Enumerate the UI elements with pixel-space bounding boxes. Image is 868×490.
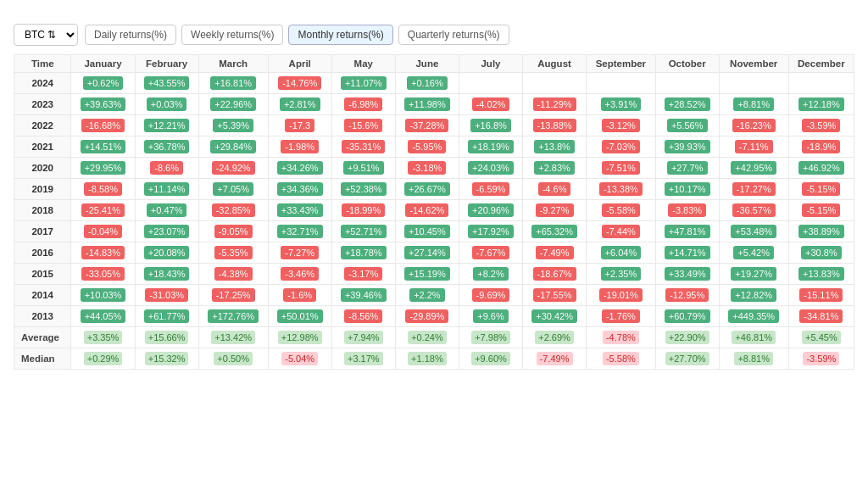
data-cell: +18.19% (459, 136, 522, 158)
data-cell: -29.89% (395, 306, 459, 327)
data-cell: -3.59% (788, 115, 854, 136)
data-cell: -5.95% (395, 136, 459, 158)
data-cell: +52.71% (331, 221, 395, 242)
data-cell: +44.05% (71, 306, 135, 327)
data-cell: -14.76% (268, 73, 331, 94)
data-cell: -5.15% (788, 200, 854, 221)
year-cell: 2015 (14, 264, 71, 285)
data-cell: -3.18% (395, 158, 459, 179)
tab-weekly-returns---[interactable]: Weekly returns(%) (181, 25, 283, 45)
average-cell: +13.42% (198, 327, 268, 348)
average-cell: +46.81% (719, 327, 788, 348)
data-cell: -32.85% (198, 200, 268, 221)
tab-monthly-returns---[interactable]: Monthly returns(%) (288, 25, 392, 45)
data-cell: +12.21% (135, 115, 198, 136)
data-cell: +2.83% (523, 158, 587, 179)
data-cell: +10.45% (395, 221, 459, 242)
median-cell: -5.58% (587, 348, 656, 370)
tab-quarterly-returns---[interactable]: Quarterly returns(%) (398, 25, 509, 45)
average-cell: +15.66% (135, 327, 198, 348)
average-cell: +3.35% (71, 327, 135, 348)
data-cell: +8.81% (719, 94, 788, 115)
data-cell: +27.7% (655, 158, 719, 179)
average-cell: +7.94% (331, 327, 395, 348)
data-cell: -36.57% (719, 200, 788, 221)
table-row: 2014+10.03%-31.03%-17.25%-1.6%+39.46%+2.… (14, 285, 854, 306)
data-cell: -0.04% (71, 221, 135, 242)
data-cell: +6.04% (587, 242, 656, 264)
data-cell: +26.67% (395, 179, 459, 200)
year-cell: 2017 (14, 221, 71, 242)
col-header-august: August (523, 55, 587, 73)
data-cell: +14.71% (655, 242, 719, 264)
median-cell: +9.60% (459, 348, 522, 370)
median-cell: +27.70% (655, 348, 719, 370)
data-cell: +5.42% (719, 242, 788, 264)
table-row: 2018-25.41%+0.47%-32.85%+33.43%-18.99%-1… (14, 200, 854, 221)
year-cell: 2014 (14, 285, 71, 306)
year-cell: 2019 (14, 179, 71, 200)
data-cell: +3.91% (587, 94, 656, 115)
data-cell: +17.92% (459, 221, 522, 242)
data-cell: -13.38% (587, 179, 656, 200)
tab-daily-returns---[interactable]: Daily returns(%) (85, 25, 176, 45)
btc-selector[interactable]: BTC ⇅ (14, 24, 78, 46)
data-cell: -1.76% (587, 306, 656, 327)
data-cell: +0.03% (135, 94, 198, 115)
data-cell: +172.76% (198, 306, 268, 327)
data-cell: +43.55% (135, 73, 198, 94)
table-row: 2024+0.62%+43.55%+16.81%-14.76%+11.07%+0… (14, 73, 854, 94)
data-cell: -19.01% (587, 285, 656, 306)
year-cell: 2023 (14, 94, 71, 115)
data-cell: +29.84% (198, 136, 268, 158)
data-cell: +60.79% (655, 306, 719, 327)
data-cell: -1.6% (268, 285, 331, 306)
data-cell: +61.77% (135, 306, 198, 327)
average-cell: +0.24% (395, 327, 459, 348)
col-header-time: Time (14, 55, 71, 73)
median-cell: -7.49% (523, 348, 587, 370)
data-cell: +39.63% (71, 94, 135, 115)
data-cell: -18.99% (331, 200, 395, 221)
data-cell: -35.31% (331, 136, 395, 158)
data-cell: +23.07% (135, 221, 198, 242)
data-cell: +8.2% (459, 264, 522, 285)
data-cell: -17.3 (268, 115, 331, 136)
data-cell: +38.89% (788, 221, 854, 242)
year-cell: 2013 (14, 306, 71, 327)
average-cell: +5.45% (788, 327, 854, 348)
data-cell: +18.43% (135, 264, 198, 285)
data-cell: +53.48% (719, 221, 788, 242)
data-cell: -31.03% (135, 285, 198, 306)
average-row: Average+3.35%+15.66%+13.42%+12.98%+7.94%… (14, 327, 854, 348)
data-cell: -34.81% (788, 306, 854, 327)
data-cell: +47.81% (655, 221, 719, 242)
year-cell: 2016 (14, 242, 71, 264)
data-cell: +0.47% (135, 200, 198, 221)
data-cell: +14.51% (71, 136, 135, 158)
year-cell: 2024 (14, 73, 71, 94)
year-cell: 2022 (14, 115, 71, 136)
data-cell: +39.93% (655, 136, 719, 158)
average-cell: -4.78% (587, 327, 656, 348)
median-cell: +1.18% (395, 348, 459, 370)
median-cell: +8.81% (719, 348, 788, 370)
data-cell: -7.51% (587, 158, 656, 179)
table-row: 2020+29.95%-8.6%-24.92%+34.26%+9.51%-3.1… (14, 158, 854, 179)
toolbar: BTC ⇅ Daily returns(%)Weekly returns(%)M… (14, 24, 854, 46)
col-header-may: May (331, 55, 395, 73)
data-cell: +2.35% (587, 264, 656, 285)
data-cell: +13.8% (523, 136, 587, 158)
average-label: Average (14, 327, 71, 348)
data-cell: -16.68% (71, 115, 135, 136)
table-row: 2017-0.04%+23.07%-9.05%+32.71%+52.71%+10… (14, 221, 854, 242)
data-cell: +34.36% (268, 179, 331, 200)
year-cell: 2020 (14, 158, 71, 179)
data-cell: +33.49% (655, 264, 719, 285)
data-cell: +46.92% (788, 158, 854, 179)
data-cell: -3.12% (587, 115, 656, 136)
data-cell: -1.98% (268, 136, 331, 158)
median-label: Median (14, 348, 71, 370)
data-cell: +13.83% (788, 264, 854, 285)
data-cell: -7.11% (719, 136, 788, 158)
